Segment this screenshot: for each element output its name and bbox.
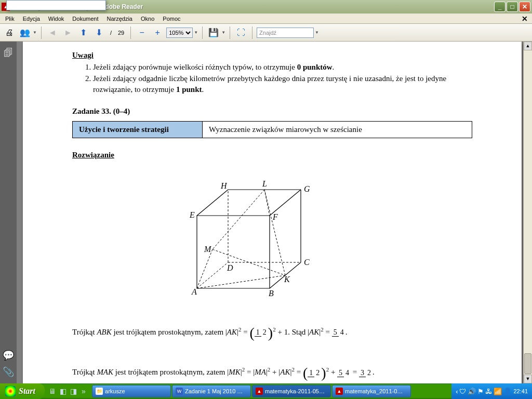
tray-icon[interactable]: 🛡: [459, 388, 466, 395]
quick-launch: 🖥 ◧ ◨ »: [45, 385, 91, 397]
collaborate-button[interactable]: 👥: [18, 26, 32, 39]
document-close-button[interactable]: ✕: [517, 14, 532, 24]
svg-text:E: E: [189, 210, 195, 219]
ql-desktop-icon[interactable]: 🖥: [48, 385, 57, 397]
fullscreen-button[interactable]: ⛶: [234, 26, 248, 39]
svg-text:K: K: [284, 275, 290, 284]
task-matematyka-2[interactable]: ▲matematyka_2011-0…: [332, 385, 411, 397]
cube-figure: A B C D E F G H K L M: [176, 169, 472, 306]
page-total: 29: [116, 30, 126, 36]
table-cell-left[interactable]: Użycie i tworzenie strategii: [73, 121, 203, 138]
task-zadanie-doc[interactable]: WZadanie 1 Maj 2010 …: [172, 385, 251, 397]
tray-icon[interactable]: 👤: [503, 388, 512, 395]
task-matematyka-1[interactable]: ▲matematyka-2011-05…: [252, 385, 331, 397]
task-arkusze[interactable]: 📁arkusze: [92, 385, 171, 397]
table-cell-right: Wyznaczenie związków miarowych w sześcia…: [203, 121, 472, 138]
zoom-in-button[interactable]: +: [151, 26, 164, 39]
svg-text:C: C: [304, 258, 310, 267]
svg-text:G: G: [304, 184, 310, 193]
svg-text:L: L: [262, 179, 267, 188]
page-number-input[interactable]: [6, 0, 106, 10]
print-button[interactable]: 🖨: [3, 26, 16, 39]
math-line-1: Trójkąt ABK jest trójkątem prostokątnym,…: [72, 315, 472, 350]
scroll-down-button[interactable]: ▼: [524, 375, 532, 383]
menu-widok[interactable]: Widok: [44, 15, 69, 23]
start-button[interactable]: Start: [0, 383, 45, 399]
math-line-2: Trójkąt MAK jest trójkątem prostokątnym,…: [72, 355, 472, 383]
svg-text:M: M: [204, 245, 212, 254]
zadanie-label: Zadanie 33. (0–4): [72, 107, 472, 116]
save-button[interactable]: 💾: [207, 26, 220, 39]
pages-panel-button[interactable]: 🗐: [2, 47, 15, 59]
close-button[interactable]: ✕: [519, 2, 530, 12]
tray-icon[interactable]: 🔊: [468, 388, 476, 395]
tray-icon[interactable]: ⚑: [477, 388, 484, 395]
svg-text:F: F: [272, 212, 278, 221]
document-page: Uwagi Jeżeli zdający porównuje wielkości…: [23, 42, 522, 383]
zoom-select[interactable]: 105%: [166, 28, 193, 38]
taskbar: Start 🖥 ◧ ◨ » 📁arkusze WZadanie 1 Maj 20…: [0, 383, 532, 399]
page-sep: /: [108, 30, 114, 36]
svg-text:A: A: [191, 287, 197, 296]
scroll-thumb[interactable]: [524, 353, 531, 374]
page-down-button[interactable]: ⬇: [92, 26, 106, 39]
maximize-button[interactable]: □: [507, 2, 518, 12]
svg-text:H: H: [220, 181, 228, 190]
ql-more-icon[interactable]: »: [79, 385, 88, 397]
menu-edycja[interactable]: Edycja: [19, 15, 44, 23]
nav-back-button[interactable]: ◄: [46, 26, 59, 39]
menu-plik[interactable]: Plik: [1, 15, 19, 23]
ql-app2-icon[interactable]: ◨: [69, 385, 78, 397]
menu-okno[interactable]: Okno: [137, 15, 158, 23]
zoom-out-button[interactable]: −: [135, 26, 149, 39]
minimize-button[interactable]: _: [494, 2, 506, 12]
menu-bar: Plik Edycja Widok Dokument Narzędzia Okn…: [0, 14, 532, 24]
system-tray[interactable]: ‹ 🛡 🔊 ⚑ 🖧 📶 👤 22:41: [451, 383, 532, 399]
tray-clock[interactable]: 22:41: [513, 388, 528, 394]
menu-dokument[interactable]: Dokument: [68, 15, 102, 23]
toolbar: 🖨 👥▼ ◄ ► ⬆ ⬇ / 29 − + 105%▼ 💾▼ ⛶ ▼: [0, 24, 532, 42]
tray-icon[interactable]: ‹: [456, 388, 458, 395]
attachments-panel-button[interactable]: 📎: [2, 366, 15, 378]
strategy-table: Użycie i tworzenie strategii Wyznaczenie…: [72, 121, 472, 138]
sidebar: 🗐 💬 📎: [0, 42, 17, 383]
tray-icon[interactable]: 📶: [494, 388, 502, 395]
heading-uwagi: Uwagi: [72, 51, 472, 60]
comments-panel-button[interactable]: 💬: [2, 349, 15, 362]
scroll-up-button[interactable]: ▲: [524, 42, 532, 50]
uwaga-2: Jeżeli zdający odgadnie liczbę kilometró…: [93, 73, 472, 95]
search-input[interactable]: [257, 28, 314, 38]
page-up-button[interactable]: ⬆: [77, 26, 90, 39]
menu-pomoc[interactable]: Pomoc: [158, 15, 184, 23]
svg-text:B: B: [269, 289, 274, 298]
tray-icon[interactable]: 🖧: [485, 388, 492, 395]
nav-fwd-button[interactable]: ►: [61, 26, 75, 39]
svg-text:D: D: [227, 263, 233, 272]
uwaga-1: Jeżeli zdający porównuje wielkości różny…: [93, 62, 472, 72]
ql-app1-icon[interactable]: ◧: [58, 385, 68, 397]
heading-rozwiazanie: Rozwiązanie: [72, 151, 472, 159]
vertical-scrollbar[interactable]: ▲ ▼: [523, 42, 532, 383]
menu-narzedzia[interactable]: Narzędzia: [102, 15, 137, 23]
